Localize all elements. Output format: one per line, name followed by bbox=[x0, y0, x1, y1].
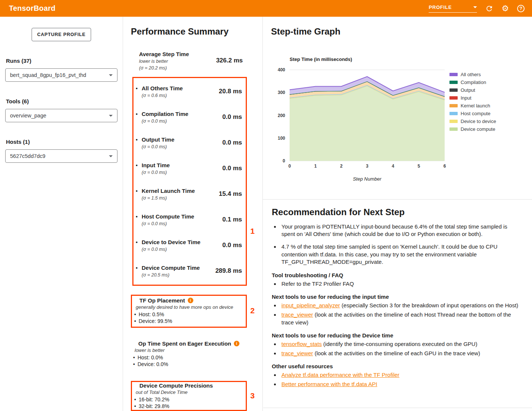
section-heading-faq: Tool troubleshooting / FAQ bbox=[272, 272, 522, 278]
device-compute-precisions-note: out of Total Device Time bbox=[136, 389, 243, 395]
metric-value: 0.0 ms bbox=[219, 242, 242, 249]
bullet bbox=[136, 188, 142, 194]
device-compute-precisions-heading: Device Compute Precisions bbox=[139, 382, 213, 389]
annotation-box-3: Device Compute Precisions out of Total D… bbox=[131, 381, 247, 411]
precision-32bit: 32-bit: 29.8% bbox=[134, 403, 243, 410]
chevron-down-icon bbox=[109, 155, 113, 157]
legend-item-host-compute: Host compute bbox=[449, 110, 496, 117]
tfdata-performance-link[interactable]: Analyze tf.data performance with the TF … bbox=[281, 372, 399, 378]
legend-label: Device to device bbox=[461, 119, 496, 124]
gear-icon[interactable]: ⚙ bbox=[502, 4, 509, 13]
reload-icon[interactable] bbox=[485, 4, 493, 13]
eager-execution-note: lower is better bbox=[135, 347, 257, 353]
metric-value: 0.1 ms bbox=[219, 216, 242, 223]
bullet bbox=[136, 213, 142, 220]
tools-label: Tools (6) bbox=[6, 98, 123, 104]
help-icon[interactable]: ? bbox=[517, 5, 525, 12]
metric-row: Host Compute Time (σ = 0.0 ms) 0.1 ms bbox=[133, 207, 242, 233]
tools-select-value: overview_page bbox=[10, 113, 46, 119]
performance-summary-panel: Performance Summary Average Step Time lo… bbox=[123, 17, 263, 411]
legend-item-compilation: Compilation bbox=[449, 78, 496, 86]
step-time-graph-title: Step-time Graph bbox=[271, 26, 532, 37]
annotation-box-2: TF Op Placement i generally desired to h… bbox=[131, 295, 247, 328]
svg-text:200: 200 bbox=[278, 113, 285, 118]
svg-text:6: 6 bbox=[444, 164, 446, 169]
metric-sigma: (σ = 20.2 ms) bbox=[139, 65, 189, 71]
svg-text:300: 300 bbox=[278, 90, 285, 95]
metric-label: Input Time bbox=[142, 162, 170, 169]
metric-value: 15.4 ms bbox=[215, 190, 242, 198]
chevron-down-icon bbox=[473, 6, 477, 8]
eager-execution-device: Device: 0.0% bbox=[133, 361, 257, 368]
tools-select[interactable]: overview_page bbox=[5, 109, 117, 122]
legend-swatch bbox=[449, 112, 458, 115]
legend-swatch bbox=[449, 73, 458, 76]
tf-op-placement-device: Device: 99.5% bbox=[134, 318, 243, 324]
precision-16bit: 16-bit: 70.2% bbox=[134, 396, 243, 403]
app-header: TensorBoard PROFILE ⚙ ? bbox=[0, 0, 532, 17]
bullet bbox=[136, 265, 142, 271]
svg-text:5: 5 bbox=[417, 164, 420, 169]
legend-item-device-compute: Device compute bbox=[449, 125, 496, 133]
chart-legend: All othersCompilationOutputInputKernel l… bbox=[449, 71, 496, 133]
list-item: trace_viewer (look at the activities on … bbox=[280, 349, 522, 357]
metric-sigma: (σ = 0.0 ms) bbox=[142, 221, 194, 227]
section-heading-resources: Other useful resources bbox=[272, 363, 522, 369]
bullet bbox=[136, 239, 142, 245]
runs-select[interactable]: bert_squad_8gpu_fp16_pvt_thd bbox=[5, 68, 117, 82]
metric-value: 0.0 ms bbox=[219, 165, 242, 172]
metric-value: 20.8 ms bbox=[215, 88, 242, 95]
chevron-down-icon bbox=[109, 115, 113, 117]
metric-sigma: (σ = 0.0 ms) bbox=[142, 169, 170, 175]
metric-label: Host Compute Time bbox=[142, 213, 194, 220]
legend-item-input: Input bbox=[449, 94, 496, 102]
list-item: trace_viewer (look at the activities on … bbox=[280, 311, 522, 326]
metric-label: Device to Device Time bbox=[142, 239, 200, 246]
legend-swatch bbox=[449, 127, 458, 131]
metric-value: 326.2 ms bbox=[212, 57, 243, 64]
hosts-select[interactable]: 5627c5dd7dc9 bbox=[5, 149, 117, 163]
tfdata-api-link[interactable]: Better performance with the tf.data API bbox=[281, 381, 377, 387]
metric-note: lower is better bbox=[139, 58, 189, 64]
metric-label: Output Time bbox=[142, 136, 174, 143]
recommendation-bullet: Your program is POTENTIALLY input-bound … bbox=[280, 223, 519, 238]
legend-item-device-to-device: Device to device bbox=[449, 117, 496, 125]
legend-item-output: Output bbox=[449, 86, 496, 94]
runs-label: Runs (37) bbox=[6, 58, 123, 64]
legend-label: Device compute bbox=[461, 126, 495, 132]
step-time-chart: Step Time (in milliseconds) 010020030040… bbox=[271, 48, 531, 188]
bullet bbox=[136, 136, 142, 143]
legend-swatch bbox=[449, 88, 458, 92]
list-item: Refer to the TF2 Profiler FAQ bbox=[280, 280, 522, 288]
metric-row: Output Time (σ = 0.0 ms) 0.0 ms bbox=[133, 130, 242, 156]
average-step-time-row: Average Step Time lower is better (σ = 2… bbox=[139, 50, 243, 72]
metric-value: 0.0 ms bbox=[219, 139, 242, 146]
list-item: tensorflow_stats (identify the time-cons… bbox=[280, 340, 522, 348]
capture-profile-button[interactable]: CAPTURE PROFILE bbox=[32, 28, 91, 41]
legend-label: Kernel launch bbox=[461, 103, 490, 109]
tensorflow-stats-link[interactable]: tensorflow_stats bbox=[281, 341, 322, 347]
svg-text:100: 100 bbox=[278, 136, 285, 141]
bullet bbox=[136, 85, 142, 91]
info-icon[interactable]: i bbox=[234, 341, 239, 346]
dashboard-selector-value: PROFILE bbox=[429, 4, 452, 10]
trace-viewer-link[interactable]: trace_viewer bbox=[281, 311, 313, 318]
metric-row: Compilation Time (σ = 0.0 ms) 0.0 ms bbox=[133, 104, 242, 130]
metric-value: 0.0 ms bbox=[219, 113, 242, 121]
tf-op-placement-host: Host: 0.5% bbox=[134, 311, 243, 318]
annotation-box-1: All Others Time (σ = 0.6 ms) 20.8 ms Com… bbox=[132, 77, 247, 286]
annotation-label-1: 1 bbox=[250, 227, 255, 236]
eager-execution-block: Op Time Spent on Eager Execution i lower… bbox=[131, 340, 257, 368]
annotation-label-3: 3 bbox=[250, 391, 255, 400]
dashboard-selector[interactable]: PROFILE bbox=[429, 4, 477, 13]
app-title: TensorBoard bbox=[9, 4, 55, 13]
svg-text:3: 3 bbox=[366, 164, 368, 169]
tf-op-placement-note: generally desired to have more ops on de… bbox=[136, 304, 243, 310]
legend-item-kernel-launch: Kernel launch bbox=[449, 102, 496, 110]
bullet bbox=[136, 162, 142, 168]
info-icon[interactable]: i bbox=[188, 298, 193, 303]
trace-viewer-link[interactable]: trace_viewer bbox=[281, 350, 313, 356]
divider bbox=[263, 408, 532, 408]
hosts-label: Hosts (1) bbox=[6, 139, 123, 145]
input-pipeline-analyzer-link[interactable]: input_pipeline_analyzer bbox=[281, 302, 340, 308]
